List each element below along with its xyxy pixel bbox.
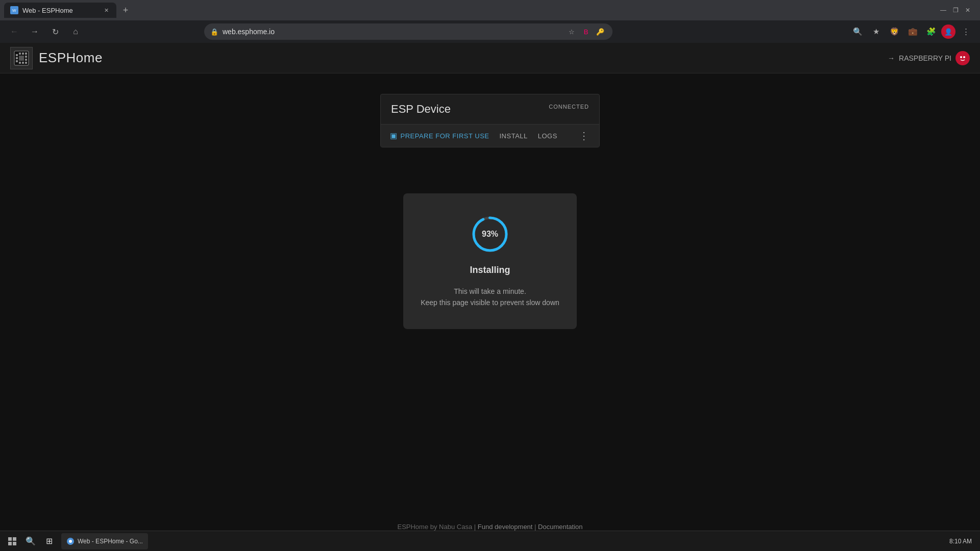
home-button[interactable]: ⌂ <box>67 23 84 40</box>
installing-desc-line1: This will take a minute. <box>454 287 526 295</box>
taskbar-time: 8:10 AM <box>949 538 972 545</box>
star-icon[interactable]: ★ <box>868 23 884 40</box>
tab-favicon: W <box>10 6 18 14</box>
maximize-button[interactable]: ❐ <box>951 6 960 14</box>
brave-icon[interactable]: B <box>580 26 592 38</box>
extensions-icon[interactable]: 🧩 <box>923 23 939 40</box>
svg-point-16 <box>960 56 962 58</box>
logo-icon <box>10 47 33 69</box>
installing-desc-line2: Keep this page visible to prevent slow d… <box>421 298 559 307</box>
svg-rect-11 <box>25 62 27 64</box>
prepare-label: PREPARE FOR FIRST USE <box>401 132 489 140</box>
app-title: ESPHome <box>39 50 103 66</box>
logs-label: LOGS <box>538 132 557 140</box>
header-right: → RASPBERRY PI <box>888 51 970 65</box>
svg-rect-7 <box>22 53 24 55</box>
new-tab-button[interactable]: + <box>118 3 133 17</box>
window-controls: — ❐ ✕ <box>939 6 976 14</box>
password-icon[interactable]: 🔑 <box>594 26 606 38</box>
svg-point-15 <box>959 54 967 62</box>
device-name: ESP Device <box>391 103 451 116</box>
start-button[interactable] <box>4 533 20 549</box>
taskbar-app-chrome[interactable]: Web - ESPHome - Go... <box>61 533 148 549</box>
zoom-icon[interactable]: 🔍 <box>849 23 866 40</box>
svg-rect-9 <box>25 56 27 58</box>
reload-button[interactable]: ↻ <box>47 23 63 40</box>
address-bar-icons: ☆ B 🔑 <box>566 26 606 38</box>
taskbar-app-label: Web - ESPHome - Go... <box>78 538 143 545</box>
svg-rect-20 <box>8 537 12 541</box>
toolbar-icons: 🔍 ★ 🦁 💼 🧩 👤 ⋮ <box>849 23 974 40</box>
device-card-header: ESP Device CONNECTED <box>381 94 599 124</box>
raspberry-pi-icon <box>955 51 970 65</box>
app-logo: ESPHome <box>10 47 103 69</box>
svg-rect-6 <box>19 53 21 55</box>
svg-rect-13 <box>22 62 24 64</box>
app-header: ESPHome → RASPBERRY PI <box>0 43 980 73</box>
forward-button[interactable]: → <box>27 23 43 40</box>
svg-rect-5 <box>16 60 18 62</box>
profile-icon[interactable]: 👤 <box>941 24 955 39</box>
browser-tab-active[interactable]: W Web - ESPHome ✕ <box>4 3 116 18</box>
taskbar: 🔍 ⊞ Web - ESPHome - Go... 8:10 AM <box>0 531 980 551</box>
main-content: ESP Device CONNECTED ▣ PREPARE FOR FIRST… <box>0 73 980 539</box>
app-footer: ESPHome by Nabu Casa | Fund development … <box>0 523 980 531</box>
installing-desc: This will take a minute. Keep this page … <box>421 286 559 309</box>
tab-bar: W Web - ESPHome ✕ + — ❐ ✕ <box>0 0 980 20</box>
svg-text:W: W <box>12 8 16 13</box>
svg-rect-21 <box>13 537 16 541</box>
prepare-icon: ▣ <box>390 131 398 140</box>
svg-rect-22 <box>8 542 12 545</box>
wallet-icon[interactable]: 💼 <box>904 23 921 40</box>
taskbar-right: 8:10 AM <box>949 538 976 545</box>
fund-development-link[interactable]: Fund development <box>478 523 533 531</box>
minimize-button[interactable]: — <box>939 6 947 14</box>
install-label: INSTALL <box>500 132 528 140</box>
connected-badge: CONNECTED <box>549 104 589 110</box>
raspberry-pi-link[interactable]: → RASPBERRY PI <box>888 51 970 65</box>
logs-button[interactable]: LOGS <box>537 130 558 142</box>
tab-close-button[interactable]: ✕ <box>102 6 110 14</box>
address-bar-row: ← → ↻ ⌂ 🔒 web.esphome.io ☆ B 🔑 🔍 ★ 🦁 💼 🧩… <box>0 20 980 43</box>
documentation-link[interactable]: Documentation <box>538 523 582 531</box>
prepare-button[interactable]: ▣ PREPARE FOR FIRST USE <box>389 129 491 142</box>
menu-icon[interactable]: ⋮ <box>958 23 974 40</box>
svg-point-25 <box>69 540 72 543</box>
svg-rect-10 <box>25 59 27 61</box>
progress-percent: 93% <box>482 230 498 239</box>
install-button[interactable]: INSTALL <box>499 130 529 142</box>
taskbar-search[interactable]: 🔍 <box>22 533 39 549</box>
more-button[interactable]: ⋮ <box>577 129 591 143</box>
address-bar[interactable]: 🔒 web.esphome.io ☆ B 🔑 <box>204 23 612 40</box>
svg-rect-8 <box>25 53 27 55</box>
taskbar-widgets[interactable]: ⊞ <box>41 533 57 549</box>
installing-title: Installing <box>470 265 510 276</box>
svg-rect-23 <box>13 542 16 545</box>
circular-progress: 93% <box>470 214 510 255</box>
progress-dialog: 93% Installing This will take a minute. … <box>403 193 577 329</box>
back-button[interactable]: ← <box>6 23 22 40</box>
tab-title: Web - ESPHome <box>22 7 98 14</box>
device-actions: ▣ PREPARE FOR FIRST USE INSTALL LOGS ⋮ <box>381 124 599 147</box>
brave-shield-icon[interactable]: 🦁 <box>886 23 902 40</box>
footer-text: ESPHome by Nabu Casa | <box>397 523 477 531</box>
device-card: ESP Device CONNECTED ▣ PREPARE FOR FIRST… <box>380 94 600 147</box>
svg-rect-3 <box>16 54 18 56</box>
url-display: web.esphome.io <box>223 28 275 36</box>
svg-rect-4 <box>16 57 18 59</box>
svg-rect-12 <box>19 62 21 64</box>
svg-point-17 <box>963 56 965 58</box>
raspberry-pi-arrow: → <box>888 54 895 62</box>
raspberry-pi-label: RASPBERRY PI <box>899 54 951 62</box>
browser-chrome: W Web - ESPHome ✕ + — ❐ ✕ ← → ↻ ⌂ 🔒 web.… <box>0 0 980 43</box>
close-button[interactable]: ✕ <box>964 6 972 14</box>
taskbar-icons: 🔍 ⊞ <box>22 533 57 549</box>
bookmark-icon[interactable]: ☆ <box>566 26 578 38</box>
svg-rect-14 <box>19 56 24 61</box>
